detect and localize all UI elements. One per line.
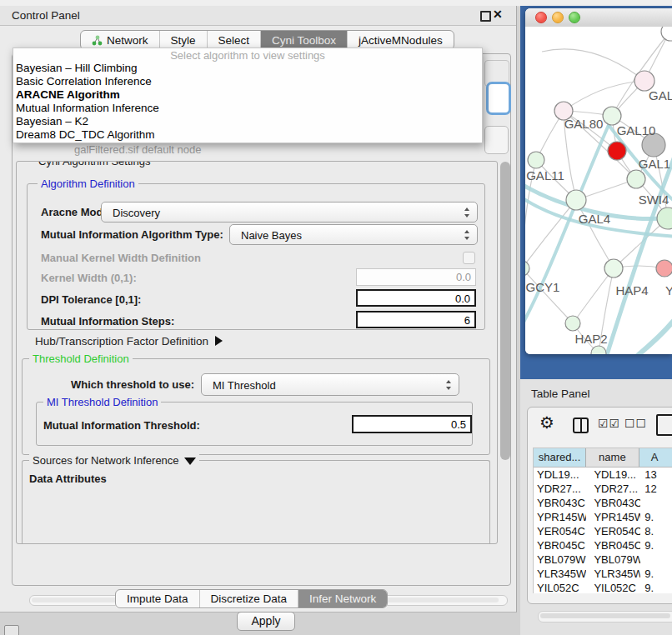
- network-icon: [92, 35, 103, 46]
- cell-shared-name: YBR043C: [534, 496, 586, 510]
- dropdown-placeholder: Select algorithm to view settings: [13, 48, 482, 62]
- split-columns-icon[interactable]: [573, 418, 589, 433]
- table-row[interactable]: YER054CYER054C8.: [534, 524, 672, 538]
- table-row[interactable]: YIL052CYIL052C9.: [534, 581, 672, 593]
- network-node[interactable]: [566, 190, 586, 210]
- node-label: GAL80: [564, 117, 604, 131]
- node-label: HAP2: [574, 332, 607, 346]
- cell-value: 13: [640, 468, 672, 482]
- which-threshold-value: MI Threshold: [213, 378, 276, 391]
- which-threshold-combo[interactable]: MI Threshold: [201, 373, 459, 396]
- dropdown-item[interactable]: Basic Correlation Inference: [13, 75, 482, 88]
- dpi-tolerance-label: DPI Tolerance [0,1]:: [41, 293, 141, 306]
- network-edge[interactable]: [573, 268, 614, 323]
- tab-network[interactable]: Network: [81, 31, 159, 49]
- sources-title[interactable]: Sources for Network Inference: [29, 454, 199, 467]
- deselect-all-icon[interactable]: ☐☐: [624, 417, 647, 430]
- column-header-partial[interactable]: A: [639, 448, 672, 467]
- table-rows: YDL19...YDL19...13YDR27...YDR27...12YBR0…: [534, 468, 672, 593]
- bottom-tabbar: Impute DataDiscretize DataInfer Network: [115, 589, 388, 608]
- table-row[interactable]: YLR345WYLR345W9.: [534, 567, 672, 581]
- which-threshold-label: Which threshold to use:: [71, 378, 194, 391]
- tab-select[interactable]: Select: [207, 31, 261, 49]
- column-header-name[interactable]: name: [586, 448, 639, 467]
- close-panel-icon[interactable]: ✕: [493, 8, 503, 21]
- network-combo-background-text: galFiltered.sif default node: [74, 143, 201, 156]
- cell-shared-name: YDL19...: [534, 468, 586, 482]
- cell-name: YDL19...: [586, 468, 640, 482]
- table-row[interactable]: YBR043CYBR043C: [534, 496, 672, 510]
- vertical-scrollbar[interactable]: [499, 160, 512, 553]
- network-node[interactable]: [656, 260, 672, 277]
- network-edge[interactable]: [525, 268, 573, 323]
- mi-threshold-field[interactable]: 0.5: [352, 415, 472, 433]
- network-node[interactable]: [603, 107, 621, 125]
- gear-icon[interactable]: ⚙: [539, 412, 554, 432]
- aracne-mode-combo[interactable]: Discovery: [101, 202, 478, 222]
- network-canvas[interactable]: GAL2GAL80GAL10GAL1GAL11SWI4GAL4GCY1HAP4Y…: [525, 27, 672, 354]
- network-edge[interactable]: [525, 200, 576, 268]
- mi-type-value: Naive Bayes: [241, 228, 302, 241]
- manual-kernel-checkbox[interactable]: [463, 252, 475, 264]
- table-scrollbar-thumb[interactable]: [540, 613, 670, 618]
- float-panel-icon[interactable]: [480, 11, 491, 22]
- table-horizontal-scrollbar[interactable]: [538, 611, 672, 622]
- apply-button[interactable]: Apply: [237, 612, 295, 631]
- control-panel-window: Control Panel ✕ NetworkStyleSelectCyni T…: [0, 6, 517, 612]
- network-node[interactable]: [591, 346, 606, 354]
- tab-jactivemnodules[interactable]: jActiveMNodules: [347, 31, 454, 49]
- dpi-tolerance-field[interactable]: 0.0: [356, 289, 476, 307]
- zoom-window-icon[interactable]: [569, 12, 580, 23]
- table-row[interactable]: YDL19...YDL19...13: [534, 468, 672, 482]
- tab-style[interactable]: Style: [159, 31, 207, 49]
- table-row[interactable]: YBR045CYBR045C9.: [534, 538, 672, 552]
- threshold-definition-title: Threshold Definition: [29, 352, 133, 365]
- cell-value: 9.: [640, 538, 672, 552]
- network-window-titlebar[interactable]: [525, 8, 672, 28]
- kernel-width-field[interactable]: 0.0: [356, 268, 476, 286]
- mi-threshold-title: MI Threshold Definition: [43, 396, 161, 408]
- cell-name: YBR043C: [586, 496, 640, 510]
- table-row[interactable]: YBL079WYBL079W: [534, 552, 672, 567]
- network-edge[interactable]: [542, 49, 644, 81]
- tab-cyni-toolbox[interactable]: Cyni Toolbox: [260, 31, 347, 49]
- node-label: GAL2: [649, 88, 672, 102]
- dropdown-item[interactable]: ARACNE Algorithm: [13, 88, 482, 102]
- network-node[interactable]: [565, 316, 580, 331]
- dropdown-item[interactable]: Mutual Information Inference: [13, 102, 482, 115]
- network-node[interactable]: [528, 152, 544, 168]
- cell-shared-name: YPR145W: [534, 510, 586, 524]
- cell-value: 9.: [640, 567, 672, 581]
- table-row[interactable]: YDR27...YDR27...12: [534, 482, 672, 496]
- network-node[interactable]: [525, 261, 529, 276]
- new-table-icon[interactable]: [656, 414, 672, 436]
- mi-steps-field[interactable]: 6: [356, 311, 476, 328]
- network-node[interactable]: [627, 170, 645, 188]
- mi-algorithm-type-combo[interactable]: Naive Bayes: [229, 224, 478, 245]
- network-edge[interactable]: [564, 81, 644, 111]
- data-attributes-label: Data Attributes: [29, 472, 107, 485]
- restore-panel-icon[interactable]: [4, 625, 19, 635]
- dropdown-item[interactable]: Bayesian – Hill Climbing: [13, 62, 482, 75]
- select-all-icon[interactable]: ☑☑: [598, 417, 620, 430]
- dropdown-item[interactable]: Dream8 DC_TDC Algorithm: [13, 128, 482, 142]
- vertical-scrollbar-thumb[interactable]: [500, 162, 510, 460]
- network-node[interactable]: [604, 259, 623, 278]
- network-graph[interactable]: GAL2GAL80GAL10GAL1GAL11SWI4GAL4GCY1HAP4Y…: [525, 27, 672, 354]
- hub-definition-expander[interactable]: Hub/Transcription Factor Definition: [35, 335, 223, 348]
- dropdown-item[interactable]: Bayesian – K2: [13, 115, 482, 128]
- cell-name: YBL079W: [586, 552, 640, 567]
- minimize-window-icon[interactable]: [552, 12, 564, 23]
- tab-discretize-data[interactable]: Discretize Data: [199, 590, 298, 608]
- panel-title: Control Panel: [12, 9, 80, 22]
- algorithm-definition-title: Algorithm Definition: [38, 178, 138, 190]
- tab-impute-data[interactable]: Impute Data: [116, 590, 199, 608]
- table-panel-title: Table Panel: [531, 388, 590, 400]
- column-header-shared-name[interactable]: shared...: [534, 448, 586, 467]
- network-edge-highlighted[interactable]: [632, 317, 672, 354]
- network-node[interactable]: [661, 27, 672, 41]
- tab-infer-network[interactable]: Infer Network: [298, 590, 387, 608]
- close-window-icon[interactable]: [535, 12, 547, 23]
- table-row[interactable]: YPR145WYPR145W9.: [534, 510, 672, 524]
- network-node[interactable]: [608, 142, 626, 160]
